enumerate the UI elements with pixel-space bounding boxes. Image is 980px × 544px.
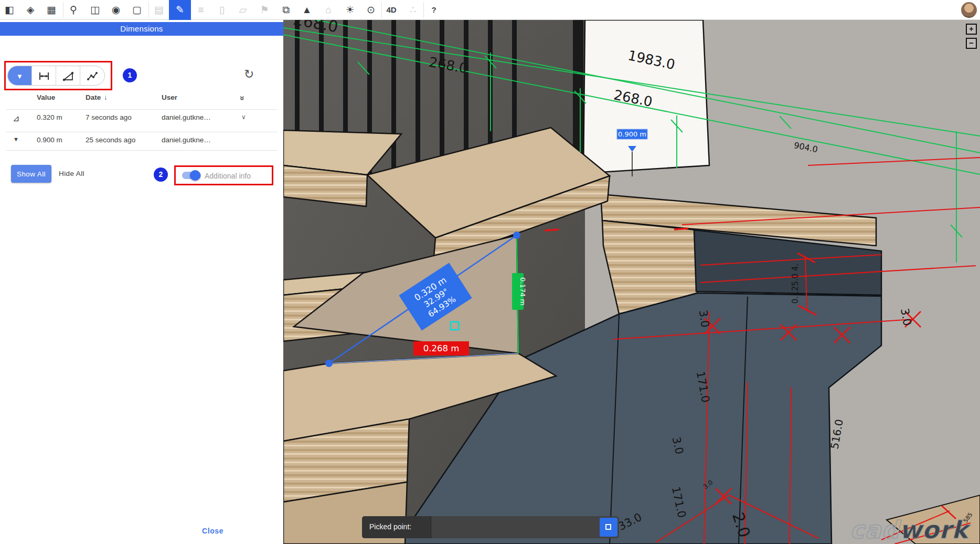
linear-dimension-icon bbox=[38, 71, 50, 81]
tool-angle-dimension-button[interactable] bbox=[56, 66, 80, 86]
terrain-icon[interactable]: ▲ bbox=[297, 0, 317, 20]
panel-toggle-icon[interactable]: ◧ bbox=[0, 0, 19, 20]
row-date: 7 seconds ago bbox=[86, 113, 132, 121]
measure-icon[interactable]: ▤ bbox=[149, 0, 169, 20]
cube-view-icon[interactable]: ◫ bbox=[85, 0, 105, 20]
elements-icon[interactable]: ◈ bbox=[20, 0, 40, 20]
help-button[interactable]: ? bbox=[424, 0, 444, 20]
top-toolbar: ◧ ◈ ▦ ⚲ ◫ ◉ ▢ ▤ ✎ ≡ ▯ ▱ ⚑ ⧉ ▲ ⌂ ☀ ⊙ 4D ∴… bbox=[0, 0, 980, 20]
refresh-icon[interactable]: ↻ bbox=[244, 67, 254, 81]
fourd-button[interactable]: 4D bbox=[381, 0, 401, 20]
show-all-button[interactable]: Show All bbox=[11, 165, 51, 183]
marker-dimension-row-icon: ▼ bbox=[13, 136, 19, 142]
row-user: daniel.gutkne… bbox=[162, 136, 211, 144]
tutorial-badge-1: 1 bbox=[123, 68, 137, 82]
device-icon[interactable]: ▯ bbox=[212, 0, 232, 20]
double-chevron-glyph: » bbox=[238, 96, 247, 101]
picked-point-action-button[interactable] bbox=[600, 518, 617, 537]
pin-icon[interactable]: ⚑ bbox=[254, 0, 274, 20]
row-value: 0.900 m bbox=[37, 136, 62, 144]
measure-endpoint[interactable] bbox=[325, 360, 333, 367]
visibility-icon[interactable]: ◉ bbox=[106, 0, 126, 20]
additional-info-label: Additional info bbox=[205, 172, 251, 180]
column-value[interactable]: Value bbox=[37, 93, 55, 101]
sheet-icon[interactable]: ▱ bbox=[233, 0, 253, 20]
column-user[interactable]: User bbox=[162, 93, 177, 101]
panel-title: Dimensions bbox=[0, 22, 283, 36]
collapse-all-icon[interactable]: » bbox=[240, 93, 245, 103]
home-view-icon[interactable]: ⌂ bbox=[318, 0, 338, 20]
marker-triangle-icon: ▼ bbox=[16, 72, 23, 80]
table-row[interactable]: ▼ 0.900 m 25 seconds ago daniel.gutkne… bbox=[0, 136, 283, 152]
row-value: 0.320 m bbox=[37, 113, 62, 121]
marker-0900-label: 0.900 m bbox=[618, 130, 646, 138]
additional-info-toggle-knob[interactable] bbox=[190, 170, 200, 181]
annotation-list-icon[interactable]: ≡ bbox=[191, 0, 211, 20]
hide-all-button[interactable]: Hide All bbox=[59, 170, 84, 177]
scene-canvas: 268.0 268.0 1983.0 268.0 904.0 0.900 m bbox=[283, 20, 980, 544]
picked-point-label: Picked point: bbox=[369, 522, 411, 531]
picked-point-label-box: Picked point: bbox=[362, 516, 431, 538]
table-header: Value Date ↓ User » bbox=[0, 93, 283, 108]
tool-polyline-dimension-button[interactable] bbox=[80, 66, 104, 86]
fit-view-icon[interactable]: ▢ bbox=[127, 0, 147, 20]
row-expand-chevron-icon[interactable]: ∨ bbox=[241, 113, 246, 121]
column-date[interactable]: Date bbox=[86, 93, 101, 101]
tutorial-badge-2: 2 bbox=[154, 168, 168, 182]
square-icon bbox=[605, 524, 611, 530]
dim-label: 3.0 bbox=[697, 309, 711, 328]
user-avatar[interactable] bbox=[961, 2, 977, 18]
weather-icon[interactable]: ☀ bbox=[340, 0, 360, 20]
divider bbox=[6, 150, 277, 151]
angle-dimension-icon bbox=[62, 71, 74, 81]
grid-code-icon[interactable]: ▦ bbox=[41, 0, 61, 20]
zoom-out-button[interactable]: − bbox=[966, 38, 977, 49]
dimensions-panel: Dimensions ▼ 1 ↻ bbox=[0, 20, 283, 544]
search-model-icon[interactable]: ⚲ bbox=[63, 0, 83, 20]
dimension-type-toolgroup: ▼ bbox=[7, 66, 105, 86]
close-panel-button[interactable]: Close bbox=[202, 527, 223, 535]
polyline-dimension-icon bbox=[86, 71, 99, 81]
walk-icon[interactable]: ∴ bbox=[403, 0, 423, 20]
table-row[interactable]: ⊿ 0.320 m 7 seconds ago daniel.gutkne… ∨ bbox=[0, 113, 283, 132]
dim-label: 0.125.0 4. bbox=[791, 264, 800, 304]
divider bbox=[6, 132, 277, 132]
run-label: 0.268 m bbox=[423, 343, 460, 353]
light-icon[interactable]: ⊙ bbox=[361, 0, 381, 20]
copy-pages-icon[interactable]: ⧉ bbox=[276, 0, 296, 20]
divider bbox=[6, 109, 277, 110]
height-label: 0.174 m bbox=[519, 277, 527, 306]
row-date: 25 seconds ago bbox=[86, 136, 135, 144]
tool-linear-dimension-button[interactable] bbox=[32, 66, 56, 86]
picked-point-statusbar: Picked point: bbox=[362, 516, 619, 538]
angle-dimension-row-icon: ⊿ bbox=[13, 113, 19, 123]
sort-descending-icon[interactable]: ↓ bbox=[104, 93, 108, 101]
dimension-tool-icon[interactable]: ✎ bbox=[170, 0, 190, 20]
measure-endpoint[interactable] bbox=[513, 232, 520, 239]
model-viewport[interactable]: 268.0 268.0 1983.0 268.0 904.0 0.900 m bbox=[283, 20, 980, 544]
row-user: daniel.gutkne… bbox=[162, 113, 211, 121]
zoom-in-button[interactable]: + bbox=[966, 24, 977, 35]
tool-marker-button[interactable]: ▼ bbox=[8, 66, 32, 86]
